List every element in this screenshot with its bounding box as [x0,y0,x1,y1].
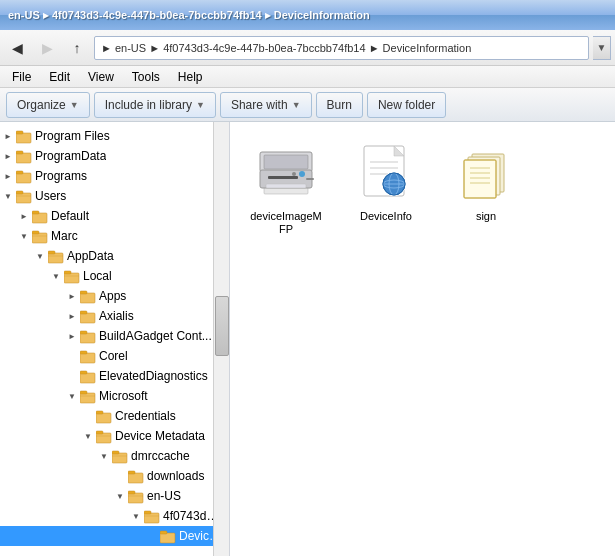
svg-rect-2 [16,153,31,163]
tree-arrow-device-metadata[interactable]: ▼ [80,428,96,444]
tree-arrow-en-us[interactable]: ▼ [112,488,128,504]
tree-arrow-apps[interactable]: ► [64,288,80,304]
include-library-button[interactable]: Include in library ▼ [94,92,216,118]
back-button[interactable]: ◀ [4,35,30,61]
new-folder-button[interactable]: New folder [367,92,446,118]
folder-icon-credentials [96,408,112,424]
organize-chevron-icon: ▼ [70,100,79,110]
forward-button[interactable]: ▶ [34,35,60,61]
tree-item-axialis[interactable]: ► Axialis [0,306,229,326]
share-label: Share with [231,98,288,112]
file-item-deviceimagemfp[interactable]: deviceImageMFP [246,138,326,240]
burn-label: Burn [327,98,352,112]
organize-button[interactable]: Organize ▼ [6,92,90,118]
tree-label-elevateddiagnostics: ElevatedDiagnostics [99,369,208,383]
file-label-deviceimagemfp: deviceImageMFP [250,210,322,236]
menu-edit[interactable]: Edit [41,68,78,86]
svg-rect-24 [80,333,95,343]
tree-item-program-files[interactable]: ► Program Files [0,126,229,146]
svg-point-57 [292,172,296,176]
svg-rect-0 [16,133,31,143]
tree-item-appdata[interactable]: ▼ AppData [0,246,229,266]
folder-icon-dmrccache [112,448,128,464]
svg-rect-9 [32,213,47,223]
tree-item-guid-folder[interactable]: ▼ 4f0743d3-4c... [0,506,229,526]
tree-arrow-default[interactable]: ► [16,208,32,224]
tree-arrow-appdata[interactable]: ▼ [32,248,48,264]
tree-label-default: Default [51,209,89,223]
tree-arrow-guid-folder[interactable]: ▼ [128,508,144,524]
tree-item-program-data[interactable]: ► ProgramData [0,146,229,166]
folder-icon-en-us [128,488,144,504]
folder-icon-apps [80,288,96,304]
svg-rect-27 [80,351,87,354]
tree-label-appdata: AppData [67,249,114,263]
tree-item-marc[interactable]: ▼ Marc [0,226,229,246]
organize-label: Organize [17,98,66,112]
svg-rect-53 [264,155,308,169]
tree-arrow-marc[interactable]: ▼ [16,228,32,244]
svg-rect-25 [80,331,87,334]
tree-item-corel[interactable]: ► Corel [0,346,229,366]
file-panel: deviceImageMFP DeviceInfo [230,122,615,556]
newfolder-label: New folder [378,98,435,112]
tree-arrow-local[interactable]: ▼ [48,268,64,284]
address-dropdown[interactable]: ▼ [593,36,611,60]
tree-item-buildagadget[interactable]: ► BuildAGadget Cont... [0,326,229,346]
folder-icon-default [32,208,48,224]
file-icon-deviceinfo [354,142,418,206]
svg-rect-28 [80,373,95,383]
tree-arrow-dmrccache[interactable]: ▼ [96,448,112,464]
tree-item-en-us[interactable]: ▼ en-US [0,486,229,506]
folder-icon-appdata [48,248,64,264]
svg-rect-29 [80,371,87,374]
menu-tools[interactable]: Tools [124,68,168,86]
title-bar-text: en-US ▸ 4f0743d3-4c9e-447b-b0ea-7bccbb74… [8,9,607,22]
up-button[interactable]: ↑ [64,35,90,61]
tree-item-elevateddiagnostics[interactable]: ► ElevatedDiagnostics [0,366,229,386]
share-with-button[interactable]: Share with ▼ [220,92,312,118]
tree-panel: ► Program Files► ProgramData► Programs▼ … [0,122,230,556]
tree-label-local: Local [83,269,112,283]
tree-arrow-microsoft[interactable]: ▼ [64,388,80,404]
tree-scrollbar[interactable] [213,122,229,556]
tree-label-microsoft: Microsoft [99,389,148,403]
file-item-deviceinfo[interactable]: DeviceInfo [346,138,426,240]
tree-arrow-axialis[interactable]: ► [64,308,80,324]
tree-arrow-program-data[interactable]: ► [0,148,16,164]
tree-item-microsoft[interactable]: ▼ Microsoft [0,386,229,406]
tree-arrow-buildagadget[interactable]: ► [64,328,80,344]
tree-arrow-users[interactable]: ▼ [0,188,16,204]
svg-rect-59 [306,178,314,180]
svg-rect-49 [160,533,175,543]
svg-rect-58 [266,184,306,188]
tree-arrow-programs[interactable]: ► [0,168,16,184]
library-label: Include in library [105,98,192,112]
svg-rect-34 [96,411,103,414]
tree-item-programs[interactable]: ► Programs [0,166,229,186]
svg-rect-6 [16,193,31,203]
tree-item-downloads[interactable]: ► downloads [0,466,229,486]
burn-button[interactable]: Burn [316,92,363,118]
svg-rect-14 [48,253,63,263]
scrollbar-thumb[interactable] [215,296,229,356]
tree-item-local[interactable]: ▼ Local [0,266,229,286]
tree-item-apps[interactable]: ► Apps [0,286,229,306]
menu-help[interactable]: Help [170,68,211,86]
nav-bar: ◀ ▶ ↑ ► en-US ► 4f0743d3-4c9e-447b-b0ea-… [0,30,615,66]
file-item-sign[interactable]: sign [446,138,526,240]
tree-item-device-metadata[interactable]: ▼ Device Metadata [0,426,229,446]
svg-rect-41 [128,473,143,483]
tree-arrow-program-files[interactable]: ► [0,128,16,144]
tree-item-deviceinfo-folder[interactable]: ► DeviceInfo... [0,526,229,546]
menu-file[interactable]: File [4,68,39,86]
tree-item-users[interactable]: ▼ Users [0,186,229,206]
tree-item-default[interactable]: ► Default [0,206,229,226]
tree-label-program-data: ProgramData [35,149,106,163]
tree-item-dmrccache[interactable]: ▼ dmrccache [0,446,229,466]
svg-rect-39 [112,451,119,454]
menu-view[interactable]: View [80,68,122,86]
tree-label-buildagadget: BuildAGadget Cont... [99,329,212,343]
tree-item-credentials[interactable]: ► Credentials [0,406,229,426]
folder-icon-axialis [80,308,96,324]
